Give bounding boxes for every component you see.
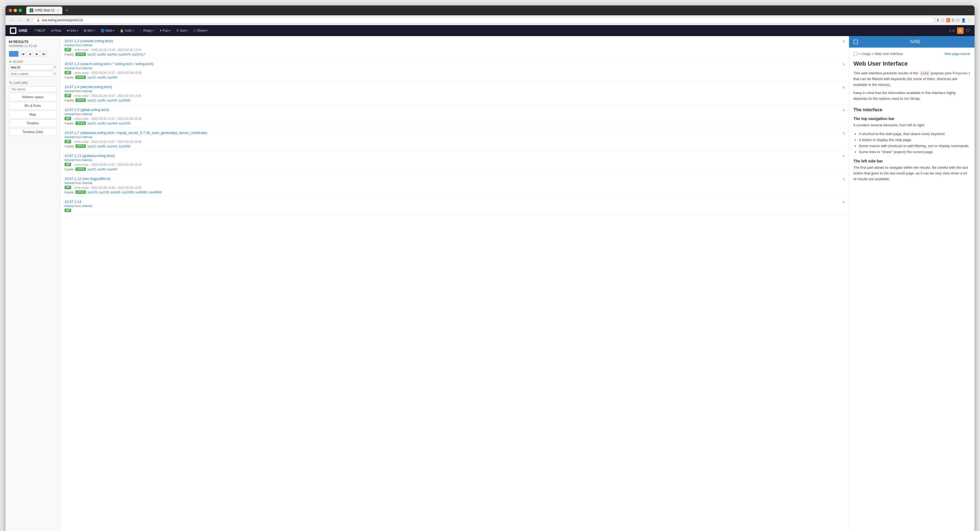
nav-web[interactable]: 🌐 Web ▾ <box>99 28 116 33</box>
port-link[interactable]: tcp/5000 <box>119 99 130 102</box>
result-ip-link[interactable]: 10.67.1.2 (crawlab.evling.tech) <box>65 39 113 43</box>
network-link[interactable]: intranet <box>65 158 75 162</box>
edit-button[interactable]: ✎ <box>842 154 845 159</box>
network-link[interactable]: intranet <box>65 112 75 116</box>
port-link[interactable]: tcp/27017 <box>132 53 145 56</box>
port-link[interactable]: tcp/135 <box>88 191 97 194</box>
nav-help[interactable]: ? HELP <box>32 28 48 33</box>
map-button[interactable]: Map <box>9 111 57 118</box>
result-ip-link[interactable]: 10.67.1.14 <box>65 200 81 204</box>
network-link[interactable]: intranet <box>65 135 75 138</box>
nav-win[interactable]: ⊞ Win ▾ <box>81 28 97 33</box>
result-ip-link[interactable]: 10.67.1.4 (wechat.evling.tech) <box>65 85 112 89</box>
edit-button[interactable]: ✎ <box>842 131 845 136</box>
port-link[interactable]: tcp/2222 <box>119 122 130 125</box>
filter-clear-button[interactable]: ✕ <box>54 65 57 69</box>
source-link[interactable]: internal <box>82 135 92 138</box>
view-source-link[interactable]: View page source <box>944 52 970 56</box>
port-link[interactable]: tcp/80 <box>97 53 105 56</box>
nav-unix[interactable]: ♥ Unix ▾ <box>65 28 80 33</box>
address-space-button[interactable]: Address space <box>9 93 57 101</box>
add-criteria-clear[interactable]: ✕ <box>54 72 57 76</box>
edit-button[interactable]: ✎ <box>842 177 845 181</box>
network-link[interactable]: intranet <box>65 89 75 93</box>
minimize-traffic-light[interactable] <box>14 9 17 12</box>
port-link[interactable]: tcp/22 <box>88 122 96 125</box>
port-link[interactable]: tcp/443 <box>107 122 117 125</box>
top-values-input[interactable] <box>9 86 57 92</box>
edit-button[interactable]: ✎ <box>842 62 845 67</box>
port-link[interactable]: tcp/3306 <box>119 145 130 148</box>
nav-share[interactable]: ⬡ Share ▾ <box>191 28 210 33</box>
puzzle-icon[interactable]: ⬡ <box>956 18 959 22</box>
result-ip-link[interactable]: 10.67.1.3 (search.evling.tech / *.evling… <box>65 62 154 66</box>
maximize-traffic-light[interactable] <box>19 9 22 12</box>
network-link[interactable]: intranet <box>65 204 75 208</box>
port-link[interactable]: tcp/80 <box>97 76 105 79</box>
port-link[interactable]: tcp/443 <box>107 76 117 79</box>
port-link[interactable]: tcp/80 <box>97 99 105 102</box>
port-link[interactable]: tcp/22 <box>88 76 96 79</box>
source-link[interactable]: internal <box>82 112 92 116</box>
nav-right-icon1[interactable]: ⊂⊃ <box>949 29 955 33</box>
first-page-button[interactable]: |◀ <box>20 51 26 57</box>
filter-input[interactable] <box>9 65 53 70</box>
result-ip-link[interactable]: 10.67.1.12 (win-1kgpu96in1t) <box>65 176 110 181</box>
timeline-button[interactable]: Timeline <box>9 119 57 127</box>
back-button[interactable]: ← <box>9 17 15 23</box>
network-link[interactable]: intranet <box>65 67 75 70</box>
new-tab-button[interactable]: + <box>64 8 70 13</box>
bookmark-icon[interactable]: ☆ <box>941 18 945 22</box>
tab-close-button[interactable]: × <box>57 9 59 12</box>
result-ip-link[interactable]: 10.67.1.11 (grafana.evling.tech) <box>65 154 115 158</box>
port-link[interactable]: tcp/443 <box>107 168 117 171</box>
port-link[interactable]: tcp/445 <box>110 191 120 194</box>
extension-icon[interactable]: 1 <box>947 18 950 22</box>
nav-fun[interactable]: ✦ Fun ▾ <box>157 28 173 33</box>
edit-button[interactable]: ✎ <box>842 200 845 205</box>
prev-page-button[interactable]: ◀ <box>27 51 33 57</box>
result-ip-link[interactable]: 10.67.1.5 (gitlab.evling.tech) <box>65 108 109 112</box>
port-link[interactable]: tcp/22 <box>88 99 96 102</box>
active-tab[interactable]: I IVRE Web UI × <box>26 6 62 14</box>
menu-icon[interactable]: ⋮ <box>967 18 971 22</box>
home-icon[interactable] <box>853 52 857 56</box>
port-link[interactable]: tcp/443 <box>107 99 117 102</box>
network-link[interactable]: intranet <box>65 43 75 47</box>
edit-button[interactable]: ✎ <box>842 108 845 113</box>
close-traffic-light[interactable] <box>9 9 12 12</box>
nav-relay[interactable]: → Relay ▾ <box>137 28 156 33</box>
port-link[interactable]: tcp/8680 <box>135 191 147 194</box>
port-link[interactable]: tcp/80 <box>97 122 105 125</box>
refresh-button[interactable]: ↺ <box>25 17 30 23</box>
ips-ports-button[interactable]: IPs & Ports <box>9 102 57 110</box>
panel-checkbox[interactable] <box>853 40 858 44</box>
breadcrumb-usage-link[interactable]: Usage <box>861 52 871 56</box>
source-link[interactable]: internal <box>82 43 92 47</box>
port-link[interactable]: tcp/22 <box>88 53 96 56</box>
source-link[interactable]: internal <box>82 67 92 70</box>
port-link[interactable]: tcp/443 <box>107 145 117 148</box>
edit-button[interactable]: ✎ <box>842 40 845 44</box>
port-link[interactable]: tcp/443 <box>107 53 117 56</box>
nav-flow[interactable]: ⇌ Flow <box>49 28 64 33</box>
port-link[interactable]: tcp/22 <box>88 168 96 171</box>
nav-avatar[interactable]: D <box>957 27 964 34</box>
next-page-button[interactable]: ▶ <box>34 51 40 57</box>
port-link[interactable]: tcp/6379 <box>119 53 130 56</box>
edit-button[interactable]: ✎ <box>842 85 845 90</box>
timeline-24h-button[interactable]: Timeline (24h) <box>9 128 57 136</box>
page-input[interactable] <box>9 51 19 57</box>
last-page-button[interactable]: ▶| <box>41 51 47 57</box>
add-criteria-input[interactable] <box>9 71 53 76</box>
result-ip-link[interactable]: 10.67.1.7 (dataease.evling.tech / mysql_… <box>65 131 207 135</box>
port-link[interactable]: tcp/80 <box>97 145 105 148</box>
source-link[interactable]: internal <box>82 181 92 184</box>
source-link[interactable]: internal <box>82 204 92 208</box>
source-link[interactable]: internal <box>82 89 92 93</box>
nav-sort[interactable]: ✕ Sort ▾ <box>174 28 190 33</box>
network-link[interactable]: intranet <box>65 181 75 184</box>
port-link[interactable]: tcp/3389 <box>122 191 134 194</box>
port-link[interactable]: tcp/80 <box>97 168 105 171</box>
share-icon[interactable]: ⬆ <box>936 18 940 22</box>
